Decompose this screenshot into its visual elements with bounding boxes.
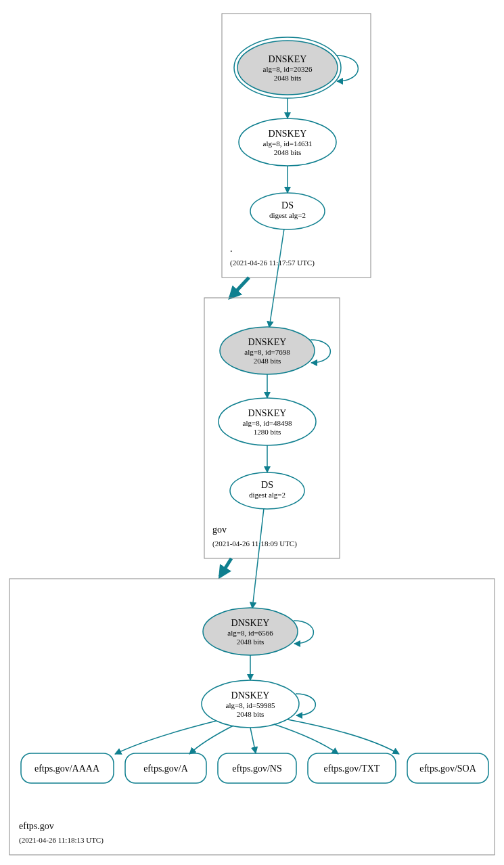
rrset-aaaa: eftps.gov/AAAA [21, 753, 114, 783]
node-eftps-ksk: DNSKEY alg=8, id=6566 2048 bits [203, 608, 298, 655]
edge-zsk-to-ns [250, 728, 256, 753]
svg-text:DNSKEY: DNSKEY [269, 129, 307, 139]
svg-text:2048 bits: 2048 bits [274, 148, 302, 156]
zone-gov-name: gov [212, 525, 227, 535]
svg-text:alg=8, id=59985: alg=8, id=59985 [226, 701, 275, 709]
rrset-soa: eftps.gov/SOA [407, 753, 488, 783]
zone-gov-timestamp: (2021-04-26 11:18:09 UTC) [212, 539, 297, 548]
node-gov-ds: DS digest alg=2 [230, 472, 304, 509]
edge-zsk-to-aaaa [115, 721, 216, 754]
svg-text:DS: DS [281, 200, 294, 210]
edge-root-ds-to-gov-ksk [269, 229, 284, 328]
svg-text:DNSKEY: DNSKEY [248, 337, 287, 347]
svg-text:alg=8, id=14631: alg=8, id=14631 [263, 139, 313, 148]
svg-text:alg=8, id=48498: alg=8, id=48498 [243, 419, 292, 427]
svg-text:2048 bits: 2048 bits [274, 74, 302, 82]
svg-text:digest alg=2: digest alg=2 [249, 491, 285, 499]
zone-eftps: eftps.gov (2021-04-26 11:18:13 UTC) DNSK… [9, 579, 495, 855]
svg-text:digest alg=2: digest alg=2 [269, 211, 306, 219]
zone-eftps-name: eftps.gov [19, 821, 54, 831]
rrset-a: eftps.gov/A [125, 753, 206, 783]
svg-text:eftps.gov/NS: eftps.gov/NS [232, 763, 282, 774]
zone-root-timestamp: (2021-04-26 11:17:57 UTC) [230, 259, 315, 267]
rrset-txt: eftps.gov/TXT [308, 753, 396, 783]
node-gov-ksk: DNSKEY alg=8, id=7698 2048 bits [220, 327, 315, 374]
svg-text:eftps.gov/SOA: eftps.gov/SOA [419, 763, 477, 774]
node-root-ds: DS digest alg=2 [250, 193, 325, 229]
zone-root-name: . [230, 244, 233, 254]
svg-text:eftps.gov/A: eftps.gov/A [143, 763, 189, 774]
node-root-ksk: DNSKEY alg=8, id=20326 2048 bits [234, 37, 341, 98]
rrset-ns: eftps.gov/NS [218, 753, 296, 783]
svg-text:alg=8, id=7698: alg=8, id=7698 [244, 348, 290, 356]
svg-text:alg=8, id=20326: alg=8, id=20326 [263, 65, 313, 73]
edge-zone-gov-to-eftps [220, 558, 231, 577]
zone-root: . (2021-04-26 11:17:57 UTC) DNSKEY alg=8… [222, 14, 371, 278]
dnssec-graph: . (2021-04-26 11:17:57 UTC) DNSKEY alg=8… [0, 0, 504, 865]
svg-text:DNSKEY: DNSKEY [269, 54, 307, 64]
svg-text:DS: DS [261, 480, 273, 490]
svg-text:2048 bits: 2048 bits [254, 357, 281, 365]
svg-text:DNSKEY: DNSKEY [231, 618, 270, 628]
zone-gov: gov (2021-04-26 11:18:09 UTC) DNSKEY alg… [204, 298, 340, 558]
svg-text:alg=8, id=6566: alg=8, id=6566 [227, 629, 273, 637]
zone-eftps-timestamp: (2021-04-26 11:18:13 UTC) [19, 836, 104, 845]
svg-text:DNSKEY: DNSKEY [231, 690, 270, 701]
svg-text:eftps.gov/TXT: eftps.gov/TXT [324, 763, 380, 774]
edge-zsk-to-a [189, 726, 233, 754]
edge-zone-root-to-gov [230, 278, 249, 298]
edge-zsk-to-soa [288, 719, 399, 754]
svg-text:eftps.gov/AAAA: eftps.gov/AAAA [35, 763, 100, 774]
node-gov-zsk: DNSKEY alg=8, id=48498 1280 bits [219, 398, 316, 445]
svg-text:1280 bits: 1280 bits [254, 428, 281, 436]
svg-text:2048 bits: 2048 bits [237, 710, 265, 718]
svg-text:DNSKEY: DNSKEY [248, 408, 287, 418]
svg-text:2048 bits: 2048 bits [237, 638, 265, 646]
node-root-zsk: DNSKEY alg=8, id=14631 2048 bits [239, 118, 336, 166]
